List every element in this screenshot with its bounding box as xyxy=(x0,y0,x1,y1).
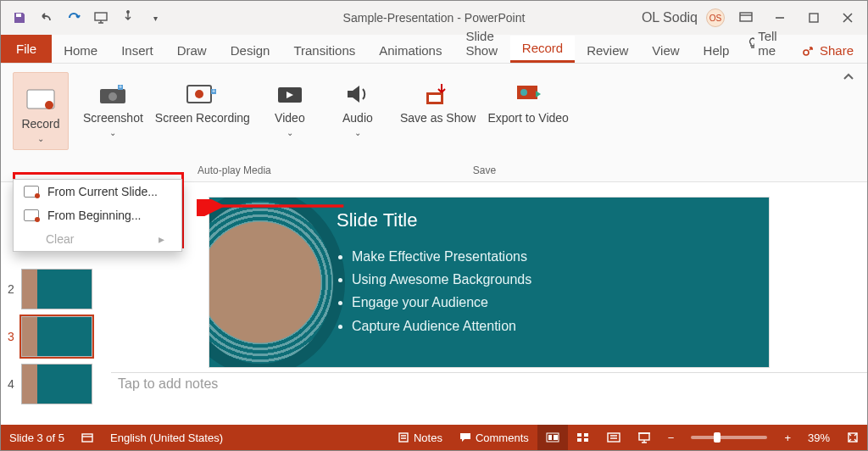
svg-rect-33 xyxy=(584,433,588,437)
tab-draw[interactable]: Draw xyxy=(165,38,219,63)
tab-insert[interactable]: Insert xyxy=(109,38,165,63)
normal-view-button[interactable] xyxy=(537,425,568,450)
user-avatar[interactable]: OS xyxy=(706,8,725,27)
tab-record[interactable]: Record xyxy=(510,36,575,63)
chevron-down-icon: ⌄ xyxy=(109,128,116,137)
audio-label: Audio xyxy=(342,111,373,125)
fingerprint-graphic xyxy=(209,198,345,367)
export-to-video-button[interactable]: Export to Video xyxy=(487,72,568,125)
comments-toggle[interactable]: Comments xyxy=(451,425,537,450)
save-as-show-icon xyxy=(421,72,455,106)
svg-text:+: + xyxy=(119,84,122,90)
maximize-button[interactable] xyxy=(801,5,826,31)
save-as-show-button[interactable]: Save as Show xyxy=(400,72,476,125)
tab-transitions[interactable]: Transitions xyxy=(281,38,367,63)
svg-rect-7 xyxy=(740,13,752,21)
reading-view-button[interactable] xyxy=(598,425,629,450)
ribbon-tabs: File Home Insert Draw Design Transitions… xyxy=(1,35,867,64)
close-button[interactable] xyxy=(835,5,860,31)
zoom-slider[interactable] xyxy=(682,425,776,450)
svg-point-11 xyxy=(45,101,53,109)
thumbnail-slide-2[interactable]: 2 xyxy=(8,269,104,309)
svg-point-17 xyxy=(195,90,203,98)
touch-mode-icon[interactable] xyxy=(116,6,140,30)
svg-text:+: + xyxy=(212,88,215,94)
video-button[interactable]: Video⌄ xyxy=(262,72,318,138)
chevron-down-icon: ⌄ xyxy=(287,128,293,137)
menu-from-beginning-label: From Beginning... xyxy=(47,209,142,222)
bullet: Make Effective Presentations xyxy=(352,245,531,268)
screen-recording-button[interactable]: + Screen Recording xyxy=(155,72,250,125)
camera-icon: + xyxy=(96,72,130,106)
undo-icon[interactable] xyxy=(35,6,58,30)
svg-rect-32 xyxy=(577,433,581,437)
normal-view-icon xyxy=(546,432,559,443)
slide-counter[interactable]: Slide 3 of 5 xyxy=(1,425,73,450)
svg-point-25 xyxy=(520,89,527,96)
sorter-view-icon xyxy=(576,432,590,443)
export-video-icon xyxy=(511,72,545,106)
video-icon xyxy=(273,72,307,106)
tab-help[interactable]: Help xyxy=(692,38,742,63)
qat-more-icon[interactable]: ▾ xyxy=(143,6,167,30)
screenshot-button[interactable]: + Screenshot⌄ xyxy=(83,72,143,138)
quick-access-toolbar: ▾ xyxy=(8,6,167,30)
sorter-view-button[interactable] xyxy=(568,425,598,450)
lightbulb-icon xyxy=(746,36,754,50)
present-icon[interactable] xyxy=(89,6,113,30)
svg-rect-37 xyxy=(639,433,649,440)
zoom-level[interactable]: 39% xyxy=(799,425,838,450)
slideshow-view-button[interactable] xyxy=(629,425,659,450)
tab-slideshow[interactable]: Slide Show xyxy=(453,24,509,63)
bullet: Using Awesome Backgrounds xyxy=(352,268,531,291)
slide-thumbnail xyxy=(21,316,92,357)
notes-toggle[interactable]: Notes xyxy=(389,425,451,450)
tab-home[interactable]: Home xyxy=(52,38,109,63)
screen-recording-icon: + xyxy=(186,72,220,106)
group-save: Save xyxy=(400,161,569,181)
record-slide-icon xyxy=(24,186,39,198)
thumbnail-slide-3[interactable]: 3 xyxy=(8,316,104,357)
notes-pane[interactable]: Tap to add notes xyxy=(111,372,867,401)
chevron-right-icon: ▸ xyxy=(159,232,164,246)
svg-rect-31 xyxy=(554,435,558,440)
fit-to-window-button[interactable] xyxy=(838,425,867,450)
slide-bullets[interactable]: Make Effective Presentations Using Aweso… xyxy=(337,245,531,337)
language-status[interactable]: English (United States) xyxy=(102,425,231,450)
slide-title[interactable]: Slide Title xyxy=(337,209,417,231)
tab-file[interactable]: File xyxy=(1,35,52,63)
record-label: Record xyxy=(21,117,59,131)
zoom-in-button[interactable]: + xyxy=(776,425,799,450)
title-bar: ▾ Sample-Presentation - PowerPoint OL So… xyxy=(1,1,867,35)
thumbnail-slide-4[interactable]: 4 xyxy=(8,364,104,404)
tab-animations[interactable]: Animations xyxy=(367,38,453,63)
accessibility-icon[interactable] xyxy=(73,425,102,450)
svg-rect-34 xyxy=(577,438,581,442)
user-name[interactable]: OL Sodiq xyxy=(642,10,698,25)
tab-review[interactable]: Review xyxy=(575,38,640,63)
record-slide-icon xyxy=(24,209,39,221)
redo-icon[interactable] xyxy=(62,6,86,30)
tell-me[interactable]: Tell me xyxy=(741,24,787,63)
tab-view[interactable]: View xyxy=(640,38,691,63)
svg-point-13 xyxy=(108,92,117,101)
slide-thumbnail xyxy=(21,364,92,404)
tell-me-label: Tell me xyxy=(758,29,782,58)
menu-from-current-slide[interactable]: From Current Slide... xyxy=(14,180,181,203)
svg-rect-30 xyxy=(548,435,552,440)
slide-thumbnail xyxy=(21,269,92,309)
audio-button[interactable]: Audio⌄ xyxy=(330,72,386,138)
collapse-ribbon-icon[interactable] xyxy=(830,64,867,181)
slide-canvas[interactable]: Slide Title Make Effective Presentations… xyxy=(111,184,867,372)
menu-clear-label: Clear xyxy=(46,232,74,246)
tab-design[interactable]: Design xyxy=(219,38,282,63)
save-icon[interactable] xyxy=(8,6,31,30)
zoom-out-button[interactable]: − xyxy=(659,425,683,450)
share-button[interactable]: Share xyxy=(787,38,867,63)
record-button[interactable]: Record⌄ xyxy=(13,72,69,150)
share-icon xyxy=(801,44,816,58)
svg-point-9 xyxy=(804,50,809,55)
menu-from-beginning[interactable]: From Beginning... xyxy=(14,203,181,227)
audio-icon xyxy=(341,72,375,106)
comments-icon xyxy=(459,432,471,443)
